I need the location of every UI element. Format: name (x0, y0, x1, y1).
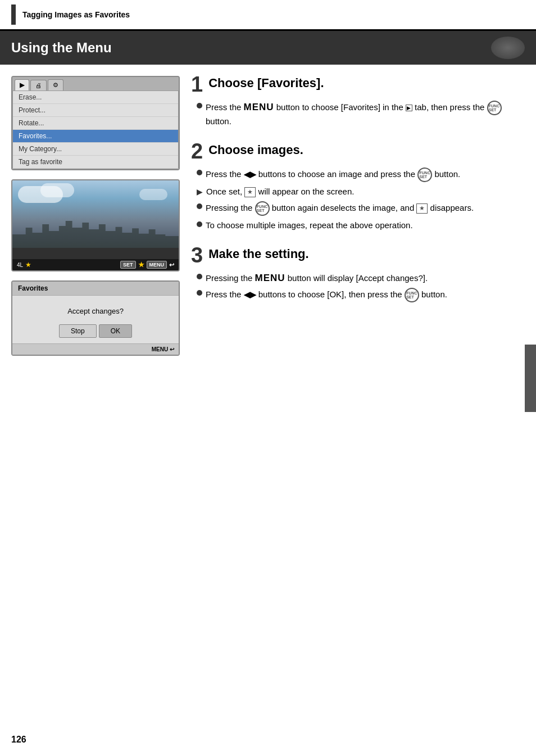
step-1: 1 Choose [Favorites]. Press the MENU but… (191, 76, 525, 127)
step-3-number: 3 (191, 245, 203, 266)
photo-size-label: 4L (17, 262, 23, 268)
bullet-circle-icon (197, 103, 202, 108)
step-3-bullet-1: Pressing the MENU button will display [A… (197, 271, 525, 285)
right-column: 1 Choose [Favorites]. Press the MENU but… (191, 76, 525, 356)
step-2: 2 Choose images. Press the ◀▶ buttons to… (191, 143, 525, 231)
menu-item-protect: Protect... (13, 104, 178, 117)
menu-bold-text-2: MENU (255, 273, 285, 283)
step-1-bullet-1-text: Press the MENU button to choose [Favorit… (206, 101, 525, 127)
menu-screen: ▶ 🖨 ⚙ Erase... Protect... Rotate... Favo… (11, 76, 180, 170)
accept-buttons: Stop OK (18, 324, 173, 338)
section-header: Using the Menu (0, 31, 536, 65)
bullet-circle-icon (197, 221, 202, 227)
photo-bottom-left: 4L ★ (17, 261, 31, 269)
top-bar-accent (11, 4, 16, 25)
photo-star-icon: ★ (25, 261, 31, 269)
step-3-bullet-2: Press the ◀▶ buttons to choose [OK], the… (197, 288, 525, 302)
step-3: 3 Make the setting. Pressing the MENU bu… (191, 247, 525, 303)
section-title: Using the Menu (11, 40, 112, 56)
top-bar: Tagging Images as Favorites (0, 0, 536, 31)
stop-button[interactable]: Stop (59, 324, 97, 338)
main-content: ▶ 🖨 ⚙ Erase... Protect... Rotate... Favo… (0, 65, 536, 367)
step-1-bullets: Press the MENU button to choose [Favorit… (191, 101, 525, 127)
step-2-bullets: Press the ◀▶ buttons to choose an image … (191, 168, 525, 231)
star-box-icon: ★ (244, 187, 256, 197)
step-3-title: Make the setting. (208, 247, 308, 261)
step-3-bullet-2-text: Press the ◀▶ buttons to choose [OK], the… (206, 288, 447, 302)
camera-lens-icon (491, 37, 525, 59)
photo-bottom-bar: 4L ★ SET ★ MENU ↩ (12, 259, 179, 270)
step-3-header: 3 Make the setting. (191, 247, 525, 266)
menu-tabs: ▶ 🖨 ⚙ (12, 77, 179, 90)
arrow-lr-icon: ◀▶ (244, 170, 256, 179)
arrow-lr-icon-2: ◀▶ (244, 290, 256, 299)
star-box-icon-2: ★ (416, 203, 428, 214)
accept-body: Accept changes? Stop OK (12, 296, 179, 343)
accept-bottom: MENU ↩ (12, 343, 179, 355)
menu-button-label: MENU (147, 261, 167, 269)
step-2-bullet-3: Pressing the FUNCSET button again desele… (197, 201, 525, 216)
step-1-bullet-1: Press the MENU button to choose [Favorit… (197, 101, 525, 127)
photo-bottom-right: SET ★ MENU ↩ (120, 261, 174, 269)
side-tab (525, 345, 536, 412)
menu-tab-settings: ⚙ (48, 79, 63, 90)
menu-tab-play: ▶ (15, 79, 29, 90)
step-2-bullet-4-text: To choose multiple images, repeat the ab… (206, 219, 413, 231)
step-2-bullet-3-text: Pressing the FUNCSET button again desele… (206, 201, 474, 216)
accept-question: Accept changes? (18, 307, 173, 315)
step-2-header: 2 Choose images. (191, 143, 525, 162)
func-set-icon-4: FUNCSET (405, 288, 419, 302)
menu-item-mycategory: My Category... (13, 143, 178, 156)
bullet-circle-icon (197, 203, 202, 209)
step-1-header: 1 Choose [Favorites]. (191, 76, 525, 95)
accept-screen: Favorites Accept changes? Stop OK MENU ↩ (11, 280, 180, 356)
step-1-number: 1 (191, 74, 203, 95)
page-number: 126 (11, 735, 26, 745)
step-1-title: Choose [Favorites]. (208, 76, 324, 90)
menu-item-erase: Erase... (13, 91, 178, 104)
menu-item-tagfavorite: Tag as favorite (13, 156, 178, 169)
step-3-bullet-1-text: Pressing the MENU button will display [A… (206, 271, 428, 285)
play-tab-icon: ▶ (406, 105, 412, 111)
menu-items-list: Erase... Protect... Rotate... Favorites.… (12, 90, 179, 169)
bullet-circle-icon (197, 274, 202, 279)
step-2-bullet-2: ▶ Once set, ★ will appear on the screen. (197, 185, 525, 198)
bullet-circle-icon (197, 290, 202, 296)
step-2-bullet-1-text: Press the ◀▶ buttons to choose an image … (206, 168, 460, 182)
bullet-arrow-icon: ▶ (197, 187, 203, 198)
ok-button[interactable]: OK (99, 324, 132, 338)
menu-tab-print: 🖨 (30, 80, 47, 90)
step-2-bullet-4: To choose multiple images, repeat the ab… (197, 219, 525, 231)
set-star-icon: ★ (138, 261, 144, 269)
left-column: ▶ 🖨 ⚙ Erase... Protect... Rotate... Favo… (11, 76, 180, 356)
photo-screen: Favorites 4L ★ S (11, 179, 180, 271)
step-3-bullets: Pressing the MENU button will display [A… (191, 271, 525, 303)
step-2-bullet-2-text: Once set, ★ will appear on the screen. (206, 185, 354, 197)
bullet-circle-icon (197, 170, 202, 175)
func-set-icon-1: FUNCSET (487, 101, 502, 115)
step-2-title: Choose images. (208, 143, 303, 157)
return-icon: ↩ (169, 261, 174, 269)
func-set-icon-3: FUNCSET (255, 201, 270, 216)
accept-title: Favorites (12, 282, 179, 296)
menu-bold-text: MENU (244, 102, 274, 112)
page-subtitle: Tagging Images as Favorites (22, 10, 130, 19)
step-2-bullet-1: Press the ◀▶ buttons to choose an image … (197, 168, 525, 182)
func-set-icon-2: FUNCSET (417, 168, 432, 182)
menu-item-favorites: Favorites... (13, 130, 178, 143)
set-button-label: SET (120, 261, 136, 269)
step-2-number: 2 (191, 141, 203, 162)
menu-item-rotate: Rotate... (13, 117, 178, 130)
